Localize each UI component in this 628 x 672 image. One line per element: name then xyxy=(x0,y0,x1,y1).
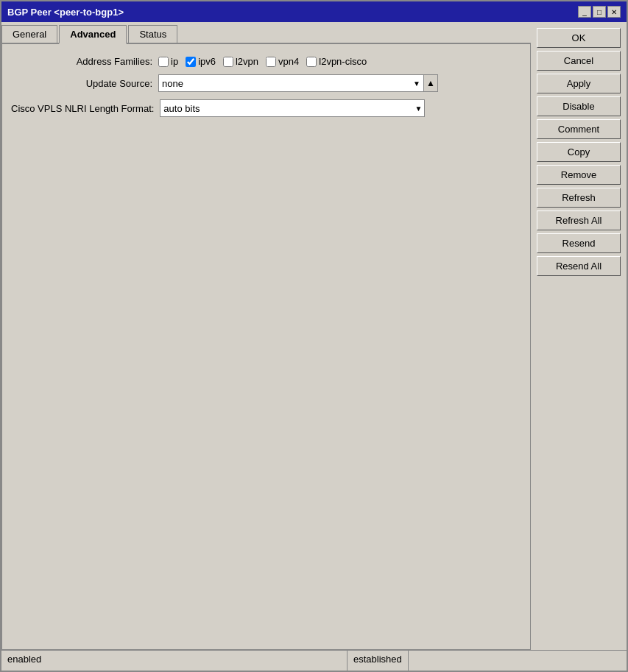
disable-button[interactable]: Disable xyxy=(537,96,621,116)
cisco-vpls-wrapper: auto bits xyxy=(160,99,425,117)
copy-button[interactable]: Copy xyxy=(537,142,621,162)
checkbox-l2vpn-cisco[interactable]: l2vpn-cisco xyxy=(306,56,367,67)
right-panel: OK Cancel Apply Disable Comment Copy Rem… xyxy=(531,22,627,650)
apply-button[interactable]: Apply xyxy=(537,74,621,93)
minimize-button[interactable]: _ xyxy=(578,6,591,18)
tab-general[interactable]: General xyxy=(1,25,57,43)
address-families-checkboxes: ip ipv6 l2vpn xyxy=(158,56,367,67)
checkbox-ipv6[interactable]: ipv6 xyxy=(186,56,216,67)
checkbox-l2vpn[interactable]: l2vpn xyxy=(223,56,258,67)
main-content: Address Families: ip ipv6 xyxy=(1,44,531,650)
remove-button[interactable]: Remove xyxy=(537,165,621,185)
refresh-button[interactable]: Refresh xyxy=(537,188,621,208)
tab-status[interactable]: Status xyxy=(128,25,177,43)
update-source-select[interactable]: none xyxy=(158,74,423,92)
checkbox-vpn4[interactable]: vpn4 xyxy=(266,56,299,67)
l2vpn-cisco-checkbox[interactable] xyxy=(306,57,317,67)
address-families-row: Address Families: ip ipv6 xyxy=(11,56,521,67)
left-panel: General Advanced Status Address Families… xyxy=(1,22,531,650)
tab-bar: General Advanced Status xyxy=(1,22,531,44)
ok-button[interactable]: OK xyxy=(537,28,621,48)
checkbox-ip[interactable]: ip xyxy=(158,56,178,67)
resend-all-button[interactable]: Resend All xyxy=(537,256,621,276)
cisco-vpls-label: Cisco VPLS NLRI Length Format: xyxy=(11,103,160,114)
cisco-vpls-select[interactable]: auto bits xyxy=(160,99,425,117)
title-bar: BGP Peer <peer-to-bgp1> _ □ ✕ xyxy=(1,1,627,22)
ip-checkbox[interactable] xyxy=(158,57,169,67)
update-source-input-group: none ▲ xyxy=(158,74,438,92)
refresh-all-button[interactable]: Refresh All xyxy=(537,211,621,230)
update-source-up-button[interactable]: ▲ xyxy=(423,74,438,92)
cancel-button[interactable]: Cancel xyxy=(537,51,621,71)
tab-advanced[interactable]: Advanced xyxy=(59,25,127,44)
vpn4-checkbox[interactable] xyxy=(266,57,276,67)
update-source-label: Update Source: xyxy=(11,78,158,89)
comment-button[interactable]: Comment xyxy=(537,119,621,139)
status-established: established xyxy=(347,651,409,671)
update-source-wrapper: none xyxy=(158,74,423,92)
l2vpn-checkbox[interactable] xyxy=(223,57,233,67)
update-source-row: Update Source: none ▲ xyxy=(11,74,521,92)
maximize-button[interactable]: □ xyxy=(593,6,606,18)
address-families-label: Address Families: xyxy=(11,56,158,67)
window-title: BGP Peer <peer-to-bgp1> xyxy=(7,7,124,18)
cisco-vpls-row: Cisco VPLS NLRI Length Format: auto bits xyxy=(11,99,521,117)
ipv6-checkbox[interactable] xyxy=(186,57,196,67)
window-controls: _ □ ✕ xyxy=(578,6,621,18)
tabs-and-main: General Advanced Status Address Families… xyxy=(1,22,627,650)
status-enabled: enabled xyxy=(1,651,347,671)
resend-button[interactable]: Resend xyxy=(537,233,621,253)
main-window: BGP Peer <peer-to-bgp1> _ □ ✕ General Ad… xyxy=(0,0,628,672)
close-button[interactable]: ✕ xyxy=(607,6,621,18)
content-area: General Advanced Status Address Families… xyxy=(1,22,627,671)
status-bar: enabled established xyxy=(1,650,627,671)
